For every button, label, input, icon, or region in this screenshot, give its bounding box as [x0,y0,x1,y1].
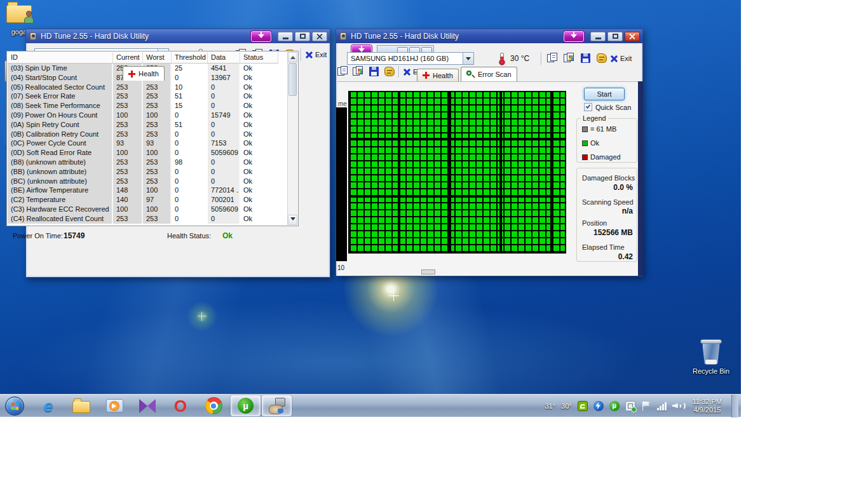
smart-cell: 5059609 [208,205,240,214]
smart-cell: 100 [143,205,172,214]
smart-cell: (BE) Airflow Temperature [8,186,113,195]
exit-button[interactable]: Exit [611,55,632,62]
smart-attribute-row[interactable]: (0C) Power Cycle Count939307153Ok [8,139,278,148]
desktop-icon-label[interactable]: Recycle Bin [690,367,732,375]
taskbar-icon-explorer[interactable] [69,395,94,417]
taskbar-icon-opera[interactable]: O [168,395,193,417]
tab-error-scan[interactable]: Error Scan [461,67,517,81]
scrollbar-thumb[interactable] [288,63,297,96]
tab-health[interactable]: Health [123,66,165,81]
minimize-button[interactable] [278,32,293,41]
smart-attribute-row[interactable]: (07) Seek Error Rate253253510Ok [8,92,278,101]
smart-cell: 0 [172,214,208,224]
volume-icon[interactable] [672,401,683,411]
smart-cell: 253 [113,101,143,111]
smart-attribute-row[interactable]: (C2) Temperature140970700201Ok [8,195,278,205]
copy-text-icon[interactable] [547,53,561,65]
smart-cell: (05) Reallocated Sector Count [8,83,113,92]
col-header-current[interactable]: Current [113,52,143,63]
smart-cell: 0 [172,195,208,205]
smart-attribute-row[interactable]: (09) Power On Hours Count100100015749Ok [8,111,278,120]
drive-selector[interactable]: SAMSUNG HD161HJ (160 GB) [347,52,474,65]
options-icon[interactable] [597,53,611,66]
close-button[interactable] [312,32,327,41]
smart-cell: Ok [240,158,278,167]
taskbar: e O µ 31° 30° µ 11:32 PM 4/9/2015 [0,394,741,417]
system-tray: 31° 30° µ 11:32 PM 4/9/2015 [545,395,741,417]
copy-image-icon[interactable] [564,53,578,65]
save-icon[interactable] [581,53,595,66]
toolbar-separator [301,48,301,61]
col-header-data[interactable]: Data [208,52,240,63]
taskbar-icon-utorrent-active[interactable]: µ [231,395,261,416]
safely-remove-usb-icon[interactable] [625,401,635,411]
checkbox-label: Quick Scan [595,104,631,111]
smart-attribute-row[interactable]: (C4) Reallocated Event Count25325300Ok [8,214,278,224]
smart-attribute-row[interactable]: (C3) Hardware ECC Recovered1001000505960… [8,205,278,214]
scanning-speed-value: n/a [583,207,633,215]
smart-attribute-row[interactable]: (B8) (unknown attribute)253253980Ok [8,158,278,167]
col-header-worst[interactable]: Worst [143,52,172,63]
dropdown-arrow-icon[interactable] [463,53,473,64]
show-desktop-button[interactable] [731,395,738,417]
desktop-icon-user-folder[interactable] [6,5,32,23]
start-scan-button[interactable]: Start [584,88,625,100]
smart-cell: (03) Spin Up Time [8,64,113,73]
smart-cell: Ok [240,130,278,139]
tray-temp-1: 31° [545,402,555,410]
smart-cell: 51 [172,92,208,101]
kmplayer-icon [139,399,156,413]
col-header-id[interactable]: ID [8,52,113,63]
utorrent-tray-icon[interactable]: µ [609,401,620,411]
smart-cell: 0 [172,177,208,186]
close-button[interactable] [625,32,640,41]
smart-cell: 100 [113,111,143,120]
clock[interactable]: 11:32 PM 4/9/2015 [689,398,726,414]
taskbar-icon-kmplayer[interactable] [135,395,160,417]
smart-cell: 7153 [208,139,240,148]
scroll-down-button[interactable] [288,215,297,225]
smart-cell: Ok [240,167,278,177]
hdtune-drop-button[interactable] [564,31,584,42]
smart-attribute-row[interactable]: (BE) Airflow Temperature1481000772014 ..… [8,186,278,195]
maximize-button[interactable] [295,32,310,41]
col-header-threshold[interactable]: Threshold [172,52,208,63]
window-titlebar[interactable]: HD Tune 2.55 - Hard Disk Utility [336,29,642,43]
taskbar-icon-media-player[interactable] [102,395,127,417]
quick-scan-checkbox[interactable]: Quick Scan [584,103,631,111]
taskbar-icon-internet-explorer[interactable]: e [36,395,61,417]
smart-attribute-row[interactable]: (08) Seek Time Performance253253150Ok [8,101,278,111]
col-header-status[interactable]: Status [240,52,278,63]
windows-logo-icon [11,402,19,410]
smart-attribute-row[interactable]: (05) Reallocated Sector Count253253100Ok [8,83,278,92]
wmp-icon [106,399,123,412]
smart-attribute-row[interactable]: (BC) (unknown attribute)25325300Ok [8,177,278,186]
smart-attribute-row[interactable]: (0B) Calibration Retry Count25325300Ok [8,130,278,139]
exit-button[interactable]: Exit [306,51,327,58]
tab-health[interactable]: Health [417,69,459,81]
window-titlebar[interactable]: HD Tune 2.55 - Hard Disk Utility [26,29,330,43]
smart-attribute-row[interactable]: (BB) (unknown attribute)25325300Ok [8,167,278,177]
toolbar-separator [541,52,541,65]
maximize-button[interactable] [607,32,623,41]
minimize-button[interactable] [590,32,606,41]
blue-utility-tray-icon[interactable] [593,401,604,411]
action-center-flag-icon[interactable] [641,401,651,411]
table-scrollbar[interactable] [287,52,297,225]
desktop-icon-recycle-bin[interactable] [700,338,722,366]
nvidia-tray-icon[interactable] [578,401,588,411]
taskbar-icon-hdtune-active[interactable] [262,395,292,416]
taskbar-icon-chrome[interactable] [201,395,226,417]
network-signal-icon[interactable] [657,402,667,410]
wallpaper-sparkle [389,291,399,301]
smart-cell: 0 [208,83,240,92]
smart-cell: (0C) Power Cycle Count [8,139,113,148]
start-button[interactable] [5,396,24,416]
smart-attribute-row[interactable]: (0D) Soft Read Error Rate10010005059609O… [8,148,278,158]
scan-block-grid [348,91,566,254]
smart-attribute-row[interactable]: (0A) Spin Retry Count253253510Ok [8,120,278,130]
checkbox-checked-icon[interactable] [584,103,592,111]
smart-cell: 0 [208,101,240,111]
scroll-up-button[interactable] [288,52,297,62]
hdtune-drop-button[interactable] [251,31,271,42]
